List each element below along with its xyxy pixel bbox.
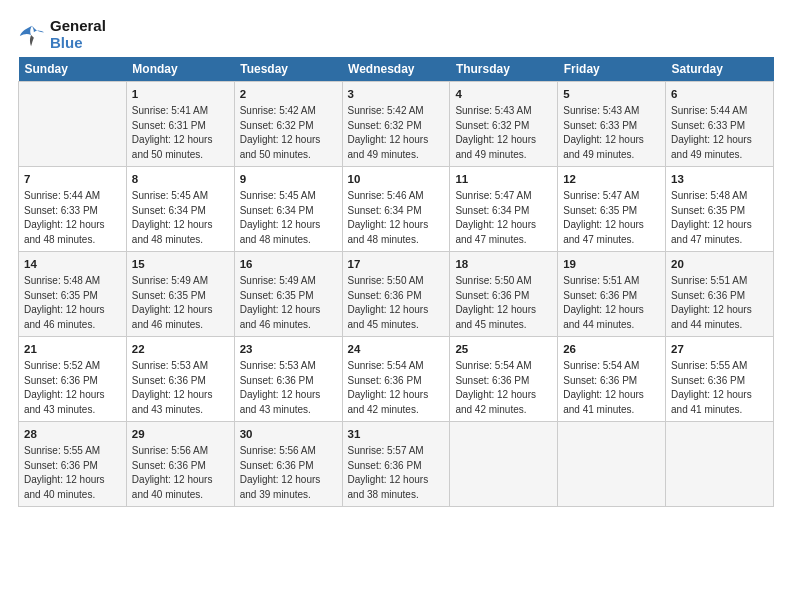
calendar-cell (450, 422, 558, 507)
day-number: 17 (348, 256, 445, 272)
day-info: Sunrise: 5:49 AM Sunset: 6:35 PM Dayligh… (240, 274, 337, 332)
day-number: 29 (132, 426, 229, 442)
calendar-cell: 4Sunrise: 5:43 AM Sunset: 6:32 PM Daylig… (450, 82, 558, 167)
day-info: Sunrise: 5:50 AM Sunset: 6:36 PM Dayligh… (455, 274, 552, 332)
calendar-cell: 8Sunrise: 5:45 AM Sunset: 6:34 PM Daylig… (126, 167, 234, 252)
calendar-cell: 26Sunrise: 5:54 AM Sunset: 6:36 PM Dayli… (558, 337, 666, 422)
calendar-cell (19, 82, 127, 167)
day-info: Sunrise: 5:45 AM Sunset: 6:34 PM Dayligh… (240, 189, 337, 247)
day-number: 11 (455, 171, 552, 187)
logo-bird-icon (18, 21, 46, 49)
day-number: 31 (348, 426, 445, 442)
day-number: 8 (132, 171, 229, 187)
day-info: Sunrise: 5:51 AM Sunset: 6:36 PM Dayligh… (563, 274, 660, 332)
day-number: 12 (563, 171, 660, 187)
day-info: Sunrise: 5:57 AM Sunset: 6:36 PM Dayligh… (348, 444, 445, 502)
day-number: 20 (671, 256, 768, 272)
day-number: 5 (563, 86, 660, 102)
calendar-cell: 30Sunrise: 5:56 AM Sunset: 6:36 PM Dayli… (234, 422, 342, 507)
day-number: 18 (455, 256, 552, 272)
calendar-cell: 5Sunrise: 5:43 AM Sunset: 6:33 PM Daylig… (558, 82, 666, 167)
day-number: 26 (563, 341, 660, 357)
day-info: Sunrise: 5:48 AM Sunset: 6:35 PM Dayligh… (24, 274, 121, 332)
calendar-cell: 27Sunrise: 5:55 AM Sunset: 6:36 PM Dayli… (666, 337, 774, 422)
calendar-cell: 17Sunrise: 5:50 AM Sunset: 6:36 PM Dayli… (342, 252, 450, 337)
day-number: 15 (132, 256, 229, 272)
calendar-cell: 22Sunrise: 5:53 AM Sunset: 6:36 PM Dayli… (126, 337, 234, 422)
day-number: 2 (240, 86, 337, 102)
calendar-cell (558, 422, 666, 507)
day-number: 9 (240, 171, 337, 187)
calendar-week-row: 1Sunrise: 5:41 AM Sunset: 6:31 PM Daylig… (19, 82, 774, 167)
day-info: Sunrise: 5:47 AM Sunset: 6:34 PM Dayligh… (455, 189, 552, 247)
day-number: 22 (132, 341, 229, 357)
day-number: 27 (671, 341, 768, 357)
day-info: Sunrise: 5:55 AM Sunset: 6:36 PM Dayligh… (24, 444, 121, 502)
day-info: Sunrise: 5:56 AM Sunset: 6:36 PM Dayligh… (132, 444, 229, 502)
calendar-cell: 19Sunrise: 5:51 AM Sunset: 6:36 PM Dayli… (558, 252, 666, 337)
day-info: Sunrise: 5:54 AM Sunset: 6:36 PM Dayligh… (455, 359, 552, 417)
calendar-cell: 31Sunrise: 5:57 AM Sunset: 6:36 PM Dayli… (342, 422, 450, 507)
calendar-cell: 11Sunrise: 5:47 AM Sunset: 6:34 PM Dayli… (450, 167, 558, 252)
day-info: Sunrise: 5:43 AM Sunset: 6:32 PM Dayligh… (455, 104, 552, 162)
day-info: Sunrise: 5:50 AM Sunset: 6:36 PM Dayligh… (348, 274, 445, 332)
calendar-cell: 7Sunrise: 5:44 AM Sunset: 6:33 PM Daylig… (19, 167, 127, 252)
calendar-cell: 16Sunrise: 5:49 AM Sunset: 6:35 PM Dayli… (234, 252, 342, 337)
day-of-week-header: Saturday (666, 57, 774, 82)
calendar-cell: 3Sunrise: 5:42 AM Sunset: 6:32 PM Daylig… (342, 82, 450, 167)
day-info: Sunrise: 5:47 AM Sunset: 6:35 PM Dayligh… (563, 189, 660, 247)
day-of-week-header: Sunday (19, 57, 127, 82)
day-number: 4 (455, 86, 552, 102)
day-number: 28 (24, 426, 121, 442)
calendar-cell: 15Sunrise: 5:49 AM Sunset: 6:35 PM Dayli… (126, 252, 234, 337)
day-of-week-header: Friday (558, 57, 666, 82)
day-number: 16 (240, 256, 337, 272)
day-info: Sunrise: 5:51 AM Sunset: 6:36 PM Dayligh… (671, 274, 768, 332)
day-info: Sunrise: 5:44 AM Sunset: 6:33 PM Dayligh… (24, 189, 121, 247)
day-of-week-header: Monday (126, 57, 234, 82)
day-number: 1 (132, 86, 229, 102)
calendar-cell: 6Sunrise: 5:44 AM Sunset: 6:33 PM Daylig… (666, 82, 774, 167)
calendar-cell: 13Sunrise: 5:48 AM Sunset: 6:35 PM Dayli… (666, 167, 774, 252)
day-info: Sunrise: 5:54 AM Sunset: 6:36 PM Dayligh… (563, 359, 660, 417)
calendar-cell: 23Sunrise: 5:53 AM Sunset: 6:36 PM Dayli… (234, 337, 342, 422)
calendar-cell: 25Sunrise: 5:54 AM Sunset: 6:36 PM Dayli… (450, 337, 558, 422)
day-info: Sunrise: 5:53 AM Sunset: 6:36 PM Dayligh… (240, 359, 337, 417)
day-info: Sunrise: 5:54 AM Sunset: 6:36 PM Dayligh… (348, 359, 445, 417)
day-info: Sunrise: 5:55 AM Sunset: 6:36 PM Dayligh… (671, 359, 768, 417)
day-number: 7 (24, 171, 121, 187)
day-info: Sunrise: 5:49 AM Sunset: 6:35 PM Dayligh… (132, 274, 229, 332)
logo-text: General Blue (50, 18, 106, 51)
day-info: Sunrise: 5:46 AM Sunset: 6:34 PM Dayligh… (348, 189, 445, 247)
day-of-week-header: Tuesday (234, 57, 342, 82)
calendar-cell: 10Sunrise: 5:46 AM Sunset: 6:34 PM Dayli… (342, 167, 450, 252)
logo: General Blue (18, 18, 106, 51)
day-info: Sunrise: 5:41 AM Sunset: 6:31 PM Dayligh… (132, 104, 229, 162)
calendar-cell: 18Sunrise: 5:50 AM Sunset: 6:36 PM Dayli… (450, 252, 558, 337)
day-info: Sunrise: 5:48 AM Sunset: 6:35 PM Dayligh… (671, 189, 768, 247)
calendar-table: SundayMondayTuesdayWednesdayThursdayFrid… (18, 57, 774, 507)
day-of-week-header: Thursday (450, 57, 558, 82)
day-info: Sunrise: 5:42 AM Sunset: 6:32 PM Dayligh… (348, 104, 445, 162)
calendar-week-row: 28Sunrise: 5:55 AM Sunset: 6:36 PM Dayli… (19, 422, 774, 507)
day-of-week-header: Wednesday (342, 57, 450, 82)
day-info: Sunrise: 5:43 AM Sunset: 6:33 PM Dayligh… (563, 104, 660, 162)
day-number: 25 (455, 341, 552, 357)
day-number: 3 (348, 86, 445, 102)
calendar-cell: 29Sunrise: 5:56 AM Sunset: 6:36 PM Dayli… (126, 422, 234, 507)
day-number: 23 (240, 341, 337, 357)
day-info: Sunrise: 5:44 AM Sunset: 6:33 PM Dayligh… (671, 104, 768, 162)
day-info: Sunrise: 5:56 AM Sunset: 6:36 PM Dayligh… (240, 444, 337, 502)
day-number: 14 (24, 256, 121, 272)
day-number: 19 (563, 256, 660, 272)
calendar-week-row: 7Sunrise: 5:44 AM Sunset: 6:33 PM Daylig… (19, 167, 774, 252)
calendar-cell: 21Sunrise: 5:52 AM Sunset: 6:36 PM Dayli… (19, 337, 127, 422)
calendar-cell: 20Sunrise: 5:51 AM Sunset: 6:36 PM Dayli… (666, 252, 774, 337)
calendar-week-row: 21Sunrise: 5:52 AM Sunset: 6:36 PM Dayli… (19, 337, 774, 422)
calendar-cell: 2Sunrise: 5:42 AM Sunset: 6:32 PM Daylig… (234, 82, 342, 167)
day-number: 6 (671, 86, 768, 102)
calendar-cell (666, 422, 774, 507)
calendar-week-row: 14Sunrise: 5:48 AM Sunset: 6:35 PM Dayli… (19, 252, 774, 337)
day-info: Sunrise: 5:42 AM Sunset: 6:32 PM Dayligh… (240, 104, 337, 162)
calendar-cell: 12Sunrise: 5:47 AM Sunset: 6:35 PM Dayli… (558, 167, 666, 252)
